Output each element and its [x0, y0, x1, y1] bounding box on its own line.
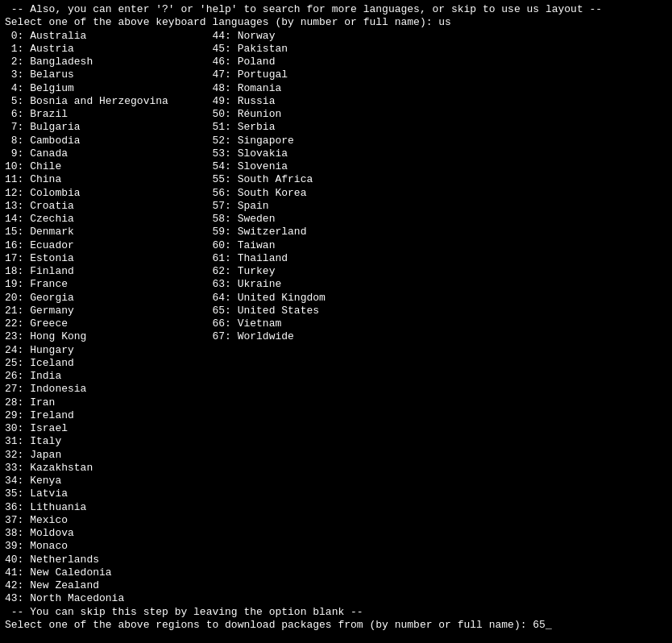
- terminal-line: 5: Bosnia and Herzegovina 49: Russia: [5, 95, 667, 108]
- terminal-line: 1: Austria 45: Pakistan: [5, 43, 667, 56]
- terminal-line: 21: Germany 65: United States: [5, 305, 667, 317]
- terminal-line: 35: Latvia: [5, 487, 667, 500]
- terminal-line: 13: Croatia 57: Spain: [5, 200, 667, 213]
- terminal-line: 27: Indonesia: [5, 383, 667, 396]
- terminal-line: 36: Lithuania: [5, 501, 667, 514]
- terminal-line: 37: Mexico: [5, 514, 667, 527]
- terminal-line: 43: North Macedonia: [5, 592, 667, 605]
- terminal-line: 2: Bangladesh 46: Poland: [5, 56, 667, 68]
- terminal-line: 25: Iceland: [5, 357, 667, 370]
- terminal-line: 42: New Zealand: [5, 579, 667, 592]
- terminal-line: 14: Czechia 58: Sweden: [5, 213, 667, 226]
- terminal-line: 41: New Caledonia: [5, 566, 667, 579]
- terminal-line: 33: Kazakhstan: [5, 462, 667, 475]
- terminal-line: Select one of the above keyboard languag…: [5, 16, 667, 29]
- terminal-line: 20: Georgia 64: United Kingdom: [5, 292, 667, 305]
- terminal-line: 6: Brazil 50: Réunion: [5, 108, 667, 121]
- terminal-line: 26: India: [5, 370, 667, 383]
- terminal-line: 19: France 63: Ukraine: [5, 278, 667, 291]
- terminal-line: 8: Cambodia 52: Singapore: [5, 135, 667, 147]
- terminal-line: 17: Estonia 61: Thailand: [5, 252, 667, 265]
- terminal-line: -- You can skip this step by leaving the…: [5, 606, 667, 619]
- terminal-line: 40: Netherlands: [5, 554, 667, 566]
- terminal-line: 0: Australia 44: Norway: [5, 30, 667, 43]
- terminal-line: 32: Japan: [5, 449, 667, 462]
- terminal-line: 38: Moldova: [5, 527, 667, 540]
- terminal-line: 3: Belarus 47: Portugal: [5, 68, 667, 81]
- terminal-line: 11: China 55: South Africa: [5, 173, 667, 186]
- terminal-line: -- Also, you can enter '?' or 'help' to …: [5, 3, 667, 16]
- terminal-line: 9: Canada 53: Slovakia: [5, 147, 667, 160]
- terminal-line: 15: Denmark 59: Switzerland: [5, 226, 667, 239]
- terminal-line: 31: Italy: [5, 435, 667, 448]
- terminal-line: 30: Israel: [5, 422, 667, 435]
- terminal-line: Select one of the above regions to downl…: [5, 619, 667, 632]
- terminal-line: 12: Colombia 56: South Korea: [5, 187, 667, 200]
- terminal-line: 10: Chile 54: Slovenia: [5, 160, 667, 173]
- terminal-line: 24: Hungary: [5, 344, 667, 357]
- terminal-line: 29: Ireland: [5, 409, 667, 422]
- terminal-line: 28: Iran: [5, 396, 667, 409]
- terminal-line: 4: Belgium 48: Romania: [5, 82, 667, 95]
- terminal-line: 16: Ecuador 60: Taiwan: [5, 239, 667, 252]
- terminal-line: 22: Greece 66: Vietnam: [5, 317, 667, 330]
- terminal-line: 7: Bulgaria 51: Serbia: [5, 121, 667, 134]
- terminal-output: -- Also, you can enter '?' or 'help' to …: [5, 3, 667, 640]
- terminal-line: 39: Monaco: [5, 540, 667, 553]
- terminal-line: 23: Hong Kong 67: Worldwide: [5, 330, 667, 343]
- terminal-line: 34: Kenya: [5, 475, 667, 487]
- terminal-line: 18: Finland 62: Turkey: [5, 265, 667, 278]
